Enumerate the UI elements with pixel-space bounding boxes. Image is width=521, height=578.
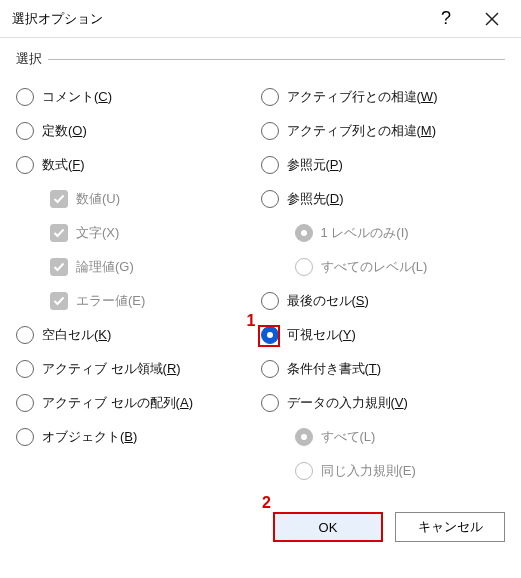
radio-icon — [16, 428, 34, 446]
radio-label: アクティブ セル領域(R) — [42, 360, 181, 378]
radio-icon — [261, 156, 279, 174]
radio-row-diff[interactable]: アクティブ行との相違(W) — [261, 80, 506, 114]
close-icon — [485, 12, 499, 26]
radio-label: 数式(F) — [42, 156, 85, 174]
checkbox-icon — [50, 258, 68, 276]
radio-icon — [16, 326, 34, 344]
radio-icon — [261, 122, 279, 140]
radio-icon — [261, 190, 279, 208]
checkbox-icon — [50, 224, 68, 242]
left-column: コメント(C) 定数(O) 数式(F) 数値(U) 文字(X) 論理値(G) エ… — [16, 80, 261, 488]
radio-constants[interactable]: 定数(O) — [16, 114, 261, 148]
radio-icon — [261, 394, 279, 412]
radio-icon — [295, 428, 313, 446]
radio-all-levels: すべてのレベル(L) — [261, 250, 506, 284]
radio-icon — [261, 360, 279, 378]
radio-last-cell[interactable]: 最後のセル(S) — [261, 284, 506, 318]
annotation-highlight-1 — [258, 325, 280, 347]
radio-label: 参照元(P) — [287, 156, 343, 174]
radio-label: 定数(O) — [42, 122, 87, 140]
radio-comments[interactable]: コメント(C) — [16, 80, 261, 114]
group-legend: 選択 — [16, 50, 48, 68]
radio-label: 最後のセル(S) — [287, 292, 369, 310]
select-group: 選択 コメント(C) 定数(O) 数式(F) 数値(U) 文字(X) 論理値(G… — [16, 50, 505, 488]
radio-label: コメント(C) — [42, 88, 112, 106]
right-column: アクティブ行との相違(W) アクティブ列との相違(M) 参照元(P) 参照先(D… — [261, 80, 506, 488]
check-label: エラー値(E) — [76, 292, 145, 310]
radio-label: アクティブ行との相違(W) — [287, 88, 438, 106]
check-label: 論理値(G) — [76, 258, 134, 276]
radio-visible-cells[interactable]: 1 可視セル(Y) — [261, 318, 506, 352]
radio-icon — [261, 292, 279, 310]
checkbox-icon — [50, 292, 68, 310]
button-label: OK — [319, 520, 338, 535]
annotation-marker-1: 1 — [247, 312, 256, 330]
cancel-button[interactable]: キャンセル — [395, 512, 505, 542]
radio-cond-format[interactable]: 条件付き書式(T) — [261, 352, 506, 386]
radio-label: 参照先(D) — [287, 190, 344, 208]
radio-label: アクティブ セルの配列(A) — [42, 394, 193, 412]
radio-label: すべてのレベル(L) — [321, 258, 428, 276]
check-text: 文字(X) — [16, 216, 261, 250]
radio-dv-all: すべて(L) — [261, 420, 506, 454]
radio-blanks[interactable]: 空白セル(K) — [16, 318, 261, 352]
radio-icon — [295, 258, 313, 276]
dialog-title: 選択オプション — [12, 10, 423, 28]
radio-icon — [16, 360, 34, 378]
radio-label: アクティブ列との相違(M) — [287, 122, 437, 140]
radio-label: 条件付き書式(T) — [287, 360, 382, 378]
checkbox-icon — [50, 190, 68, 208]
radio-one-level: 1 レベルのみ(I) — [261, 216, 506, 250]
check-label: 数値(U) — [76, 190, 120, 208]
check-errors: エラー値(E) — [16, 284, 261, 318]
radio-label: データの入力規則(V) — [287, 394, 408, 412]
radio-icon — [261, 88, 279, 106]
radio-label: オブジェクト(B) — [42, 428, 137, 446]
radio-dependents[interactable]: 参照先(D) — [261, 182, 506, 216]
radio-icon — [16, 394, 34, 412]
radio-icon — [295, 462, 313, 480]
button-label: キャンセル — [418, 518, 483, 536]
radio-formulas[interactable]: 数式(F) — [16, 148, 261, 182]
help-icon: ? — [441, 8, 451, 29]
radio-label: 空白セル(K) — [42, 326, 111, 344]
close-button[interactable] — [469, 3, 515, 35]
check-numbers: 数値(U) — [16, 182, 261, 216]
check-label: 文字(X) — [76, 224, 119, 242]
radio-col-diff[interactable]: アクティブ列との相違(M) — [261, 114, 506, 148]
radio-icon — [16, 122, 34, 140]
radio-label: すべて(L) — [321, 428, 376, 446]
ok-button[interactable]: OK — [273, 512, 383, 542]
radio-current-region[interactable]: アクティブ セル領域(R) — [16, 352, 261, 386]
radio-current-array[interactable]: アクティブ セルの配列(A) — [16, 386, 261, 420]
radio-icon — [295, 224, 313, 242]
help-button[interactable]: ? — [423, 3, 469, 35]
radio-icon — [16, 88, 34, 106]
radio-objects[interactable]: オブジェクト(B) — [16, 420, 261, 454]
check-logical: 論理値(G) — [16, 250, 261, 284]
annotation-marker-2: 2 — [262, 494, 271, 512]
radio-dv-same: 同じ入力規則(E) — [261, 454, 506, 488]
radio-label: 可視セル(Y) — [287, 326, 356, 344]
radio-label: 同じ入力規則(E) — [321, 462, 416, 480]
radio-precedents[interactable]: 参照元(P) — [261, 148, 506, 182]
radio-icon — [16, 156, 34, 174]
radio-data-validation[interactable]: データの入力規則(V) — [261, 386, 506, 420]
radio-label: 1 レベルのみ(I) — [321, 224, 409, 242]
